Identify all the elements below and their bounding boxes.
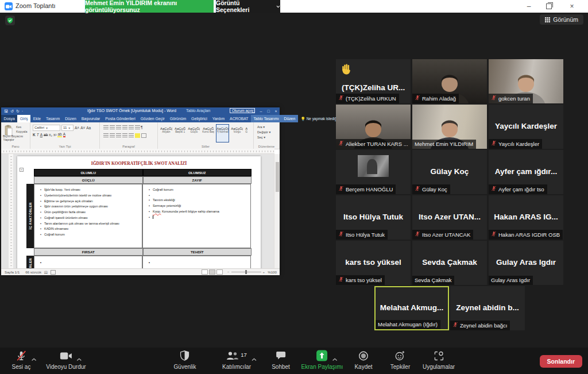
scrollbar-thumb[interactable]: [276, 162, 279, 192]
participant-tile[interactable]: (TÇK)Zeliha UR... (TÇK)Zeliha URKUN: [336, 59, 411, 103]
align-center-icon[interactable]: [110, 133, 115, 138]
qat-more-icon[interactable]: ·: [22, 109, 23, 114]
increase-indent-icon[interactable]: [129, 125, 134, 130]
word-tab-yardım[interactable]: Yardım: [210, 115, 227, 122]
toolbar-unmute-button[interactable]: Sesi aç: [12, 350, 31, 370]
word-tab-dosya[interactable]: Dosya: [1, 115, 17, 122]
copy-button[interactable]: Kopyala: [16, 130, 27, 133]
highlight-icon[interactable]: ab: [57, 132, 61, 137]
toolbar-record-button[interactable]: Kaydet: [354, 350, 372, 370]
chevron-up-icon[interactable]: [332, 353, 338, 364]
word-tab-tasarım[interactable]: Tasarım: [43, 115, 62, 122]
toolbar-reactions-button[interactable]: Tepkiler: [390, 350, 410, 370]
participant-tile[interactable]: Gulay Aras IgdırGulay Aras Igdır: [489, 241, 563, 285]
font-color-icon[interactable]: A: [63, 132, 65, 137]
word-tab-düzen[interactable]: Düzen: [281, 115, 298, 122]
line-spacing-icon[interactable]: [129, 133, 134, 138]
close-icon[interactable]: ×: [563, 0, 581, 13]
participant-tile[interactable]: Mehmet Emin YILDIRIM: [412, 105, 487, 149]
shading-icon[interactable]: [135, 133, 140, 138]
participant-tile[interactable]: Berçem HANOĞLU: [336, 150, 411, 194]
multilevel-list-icon[interactable]: [116, 125, 121, 130]
page-indicator[interactable]: Sayfa 1/1: [5, 270, 20, 274]
word-tab-geliştirici[interactable]: Geliştirici: [189, 115, 210, 122]
word-tab-ekle[interactable]: Ekle: [30, 115, 43, 122]
editing-değiştir[interactable]: Değiştir ▾: [257, 130, 270, 134]
toolbar-chat-button[interactable]: Sohbet: [272, 350, 290, 370]
editing-ara[interactable]: Ara ▾: [257, 125, 265, 129]
number-list-icon[interactable]: [110, 125, 115, 130]
format-painter-button[interactable]: Biçim Boyacısı: [3, 134, 23, 138]
word-ribbon-options-icon[interactable]: ⊡: [250, 109, 257, 114]
view-options-button[interactable]: Görüntü Seçenekleri: [216, 0, 280, 13]
participant-tile[interactable]: Itso Hülya Tutuk Itso Hülya Tutuk: [336, 195, 411, 240]
word-tab-başvurular[interactable]: Başvurular: [79, 115, 103, 122]
word-tab-düzen[interactable]: Düzen: [63, 115, 79, 122]
word-document-area[interactable]: + IĞDIR'IN KOOPERATİFÇİLİK SWOT ANALİZİ …: [1, 154, 280, 269]
justify-icon[interactable]: [122, 133, 127, 138]
align-left-icon[interactable]: [103, 133, 109, 138]
participant-tile[interactable]: Ayfer çam ığdır... Ayfer çam ığdır tso: [489, 150, 563, 194]
chevron-up-icon[interactable]: [31, 353, 36, 364]
pilcrow-icon[interactable]: ¶: [141, 125, 143, 130]
toolbar-participants-button[interactable]: 17Katılımcılar: [222, 350, 251, 370]
style-card-güçlü-alıntı[interactable]: AaÇçĞğGüçlü Alıntı: [245, 124, 247, 142]
read-mode-icon[interactable]: [202, 269, 208, 275]
participant-tile[interactable]: Aliekber TURAN KARS ...: [336, 105, 411, 149]
security-shield-icon[interactable]: [5, 16, 15, 25]
participant-tile[interactable]: gokcen turan: [489, 59, 563, 103]
shrink-font-icon[interactable]: A˅: [80, 126, 85, 130]
paste-button[interactable]: Yapıştır: [1, 138, 16, 141]
bullet-list-icon[interactable]: [103, 125, 109, 130]
participant-tile[interactable]: Gülay Koç Gülay Koç: [412, 150, 487, 194]
participant-tile[interactable]: kars tso yüksel kars tso yüksel: [336, 241, 411, 285]
toolbar-share-button[interactable]: Ekran Paylaşımı: [301, 350, 343, 370]
end-meeting-button[interactable]: Sonlandır: [540, 355, 582, 368]
style-card-altyazı[interactable]: AaÇçĞğĤAltyazı: [160, 124, 173, 142]
word-tab-görünüm[interactable]: Görünüm: [167, 115, 188, 122]
word-count[interactable]: 66 sözcük: [25, 270, 41, 274]
strikethrough-icon[interactable]: ab: [44, 133, 48, 137]
macro-icon[interactable]: [51, 270, 56, 275]
participant-tile[interactable]: Zeynel abidin b... Zeynel abidin bağcı: [450, 286, 525, 330]
word-close-icon[interactable]: ×: [272, 109, 280, 113]
editing-seç[interactable]: Seç ▾: [257, 136, 265, 139]
style-card-konu-başlığı[interactable]: AaÇçĞKonu Başlığı: [202, 124, 215, 142]
toolbar-apps-button[interactable]: Uygulamalar: [423, 350, 455, 370]
minimize-icon[interactable]: –: [520, 0, 538, 13]
subscript-icon[interactable]: x₂: [49, 133, 52, 137]
change-case-icon[interactable]: Aa: [86, 126, 91, 130]
word-tab-acrobat[interactable]: ACROBAT: [227, 115, 251, 122]
italic-icon[interactable]: T: [37, 133, 39, 137]
font-size-combo[interactable]: 11▾: [61, 125, 74, 131]
word-tab-giriş[interactable]: Giriş: [17, 115, 30, 122]
borders-icon[interactable]: [141, 133, 146, 138]
print-layout-icon[interactable]: [209, 269, 215, 275]
decrease-indent-icon[interactable]: [122, 125, 127, 130]
underline-icon[interactable]: A: [40, 133, 42, 137]
sort-icon[interactable]: [135, 125, 140, 130]
word-minimize-icon[interactable]: –: [257, 109, 265, 113]
zoom-level[interactable]: %100: [268, 270, 277, 274]
word-tab-gözden-geçir[interactable]: Gözden Geçir: [138, 115, 167, 122]
font-name-combo[interactable]: Calibri▾: [33, 125, 60, 131]
horizontal-ruler[interactable]: [1, 149, 274, 154]
align-right-icon[interactable]: [116, 133, 121, 138]
toolbar-security-button[interactable]: Güvenlik: [174, 350, 196, 370]
participant-tile[interactable]: Yaycılı Kardeşler Yaycılı Kardeşler: [489, 105, 563, 149]
word-scrollbar[interactable]: [274, 154, 280, 269]
participant-tile[interactable]: Itso Azer UTAN... Itso Azer UTANCAK: [412, 195, 487, 240]
word-tab-tablo-tasarımı[interactable]: Tablo Tasarımı: [251, 115, 281, 122]
participant-tile[interactable]: Sevda ÇakmakSevda Çakmak: [412, 241, 487, 285]
web-layout-icon[interactable]: [216, 269, 223, 275]
participant-tile[interactable]: Rahim Aladağ: [412, 59, 487, 103]
proofing-icon[interactable]: 🕮: [44, 270, 48, 274]
superscript-icon[interactable]: x²: [53, 133, 56, 137]
zoom-slider[interactable]: −+: [227, 270, 265, 274]
undo-icon[interactable]: ↺: [10, 109, 14, 114]
participant-tile[interactable]: Hakan ARAS IG... Hakan ARAS IGDIR OSB: [489, 195, 563, 240]
style-card-vurgu[interactable]: AaÇçĞğVurgu: [230, 124, 243, 142]
participant-tile[interactable]: Melahat Akmug...Melahat Akmugan (Iğdır): [374, 286, 449, 330]
maximize-icon[interactable]: [540, 0, 558, 13]
word-maximize-icon[interactable]: □: [265, 109, 272, 113]
